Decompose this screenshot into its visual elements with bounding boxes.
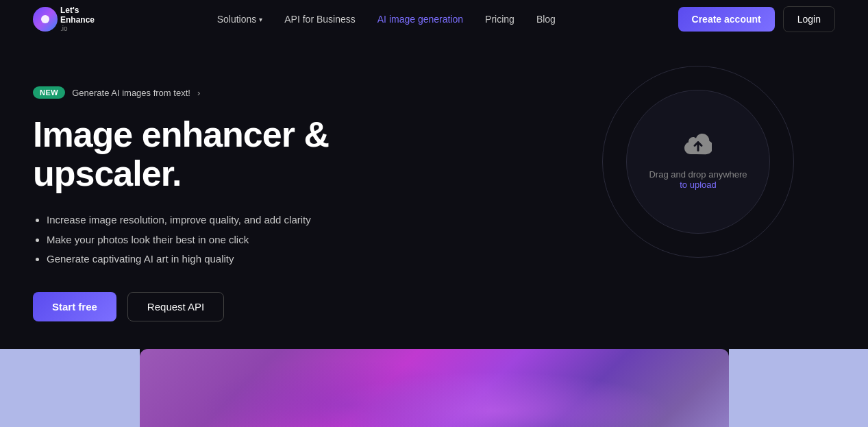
logo-line1: Let's [60,6,95,15]
nav-actions: Create account Login [678,6,835,32]
nav-item-blog[interactable]: Blog [536,13,556,25]
login-button[interactable]: Login [783,6,835,32]
logo-icon [33,7,58,32]
nav-link-pricing[interactable]: Pricing [485,14,514,25]
logo-line2: Enhance [60,16,95,25]
new-badge-row: NEW Generate AI images from text! › [33,86,403,99]
request-api-button[interactable]: Request API [127,292,224,321]
nav-item-pricing[interactable]: Pricing [485,13,514,25]
nav-links: Solutions ▾ API for Business AI image ge… [217,13,556,25]
feature-item-2: Make your photos look their best in one … [47,232,403,248]
upload-text-static: Drag and drop anywhere [649,169,747,180]
upload-inner-zone[interactable]: Drag and drop anywhere to upload [626,90,770,234]
upload-drop-text: Drag and drop anywhere to upload [649,169,747,190]
logo-name: Let's Enhance .io [60,6,95,32]
upload-link[interactable]: to upload [680,180,717,190]
nav-item-api[interactable]: API for Business [284,13,356,25]
upload-area[interactable]: Drag and drop anywhere to upload [602,66,794,258]
nav-link-blog[interactable]: Blog [536,14,556,25]
bottom-preview-section [0,349,868,427]
bottom-gradient-preview [140,349,729,427]
nav-item-solutions[interactable]: Solutions ▾ [217,14,263,25]
bottom-right-bg [729,349,869,427]
feature-item-1: Increase image resolution, improve quali… [47,212,403,228]
start-free-button[interactable]: Start free [33,292,116,321]
navbar: Let's Enhance .io Solutions ▾ API for Bu… [0,0,868,38]
nav-label-ai-generation: AI image generation [377,14,463,25]
arrow-right-icon: › [197,88,200,98]
feature-item-3: Generate captivating AI art in high qual… [47,252,403,267]
nav-link-api[interactable]: API for Business [284,14,356,25]
hero-buttons: Start free Request API [33,292,403,321]
bottom-left-bg [0,349,140,427]
nav-link-ai-generation[interactable]: AI image generation [377,14,463,25]
logo[interactable]: Let's Enhance .io [33,6,95,32]
nav-item-ai-generation[interactable]: AI image generation [377,13,463,25]
hero-features: Increase image resolution, improve quali… [33,212,403,267]
nav-link-solutions[interactable]: Solutions ▾ [217,14,263,25]
cloud-upload-icon [684,134,712,161]
nav-label-solutions: Solutions [217,14,257,25]
new-badge: NEW [33,86,65,99]
nav-label-blog: Blog [536,14,556,25]
badge-text: Generate AI images from text! [72,88,190,98]
hero-content: NEW Generate AI images from text! › Imag… [33,80,403,321]
hero-section: NEW Generate AI images from text! › Imag… [0,38,868,349]
nav-label-pricing: Pricing [485,14,514,25]
hero-title: Image enhancer & upscaler. [33,115,403,193]
logo-line3: .io [60,25,95,32]
chevron-down-icon: ▾ [259,16,262,23]
create-account-button[interactable]: Create account [678,7,775,32]
nav-label-api: API for Business [284,14,356,25]
